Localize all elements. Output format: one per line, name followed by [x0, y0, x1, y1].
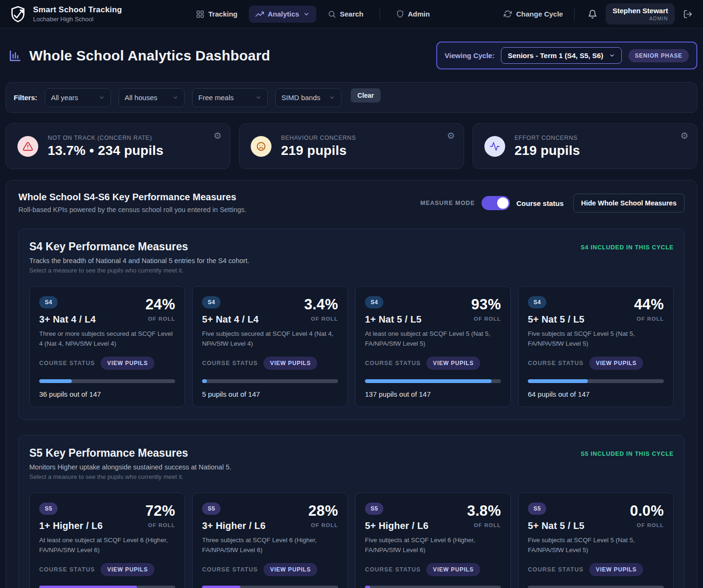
measure-title: 1+ Nat 5 / L5: [365, 314, 422, 325]
filter-years-value: All years: [51, 94, 78, 102]
gear-icon[interactable]: ⚙: [213, 131, 221, 140]
percent-value: 44%: [634, 296, 664, 313]
filter-houses-select[interactable]: All houses: [119, 88, 185, 107]
progress-fill: [39, 379, 72, 383]
warning-triangle-icon: [17, 136, 38, 157]
measure-card[interactable]: S4 5+ Nat 4 / L4 3.4% OF ROLL Five subje…: [192, 286, 348, 407]
measure-card[interactable]: S5 5+ Nat 5 / L5 0.0% OF ROLL Five subje…: [518, 493, 674, 588]
nav-search-label: Search: [340, 10, 364, 18]
logout-icon[interactable]: [681, 8, 695, 21]
trending-up-icon: [255, 10, 264, 18]
app-title: Smart School Tracking: [33, 5, 122, 15]
filter-years-select[interactable]: All years: [45, 88, 111, 107]
measure-mode-toggle[interactable]: [482, 196, 510, 210]
app-logo-shield-icon: [8, 5, 27, 24]
course-status-label: COURSE STATUS: [365, 566, 421, 573]
view-pupils-button[interactable]: VIEW PUPILS: [426, 357, 480, 370]
user-menu[interactable]: Stephen Stewart ADMIN: [606, 3, 675, 25]
percent-value: 24%: [145, 296, 175, 313]
course-status-label: COURSE STATUS: [39, 566, 95, 573]
measure-card[interactable]: S5 1+ Higher / L6 72% OF ROLL At least o…: [29, 493, 185, 588]
change-cycle-button[interactable]: Change Cycle: [504, 10, 563, 18]
view-pupils-button[interactable]: VIEW PUPILS: [101, 563, 154, 576]
percent-value: 3.8%: [467, 503, 501, 520]
stat-label: NOT ON TRACK (CONCERN RATE): [48, 135, 163, 141]
measure-description: Three subjects at SCQF Level 6 (Higher, …: [202, 536, 338, 555]
clear-filters-button[interactable]: Clear: [351, 88, 381, 102]
chevron-down-icon: [303, 11, 310, 17]
pupil-count: 137 pupils out of 147: [365, 390, 501, 398]
progress-bar: [202, 586, 338, 588]
notifications-bell-icon[interactable]: [586, 8, 599, 21]
pupil-count: 5 pupils out of 147: [202, 390, 338, 398]
hide-measures-button[interactable]: Hide Whole School Measures: [573, 194, 685, 213]
frown-face-icon: [251, 136, 271, 157]
course-status-label: COURSE STATUS: [365, 360, 421, 366]
chevron-down-icon: [255, 94, 262, 101]
course-status-label: COURSE STATUS: [528, 566, 584, 573]
user-name: Stephen Stewart: [612, 7, 668, 15]
measure-description: Three or more subjects secured at SCQF L…: [39, 329, 175, 349]
stage-badge: S5: [202, 503, 220, 515]
view-pupils-button[interactable]: VIEW PUPILS: [101, 357, 154, 370]
bar-chart-icon: [8, 49, 22, 63]
page-content: Whole School Analytics Dashboard Viewing…: [0, 42, 703, 588]
measure-card[interactable]: S5 3+ Higher / L6 28% OF ROLL Three subj…: [192, 493, 348, 588]
change-cycle-label: Change Cycle: [516, 10, 563, 18]
stat-card-effort-concerns: EFFORT CONCERNS 219 pupils ⚙: [473, 123, 697, 169]
page-title: Whole School Analytics Dashboard: [29, 48, 270, 64]
progress-fill: [528, 379, 588, 383]
senior-phase-badge: SENIOR PHASE: [628, 49, 689, 62]
progress-bar: [365, 586, 501, 588]
stage-badge: S5: [365, 503, 383, 515]
nav-tracking[interactable]: Tracking: [189, 6, 244, 23]
progress-fill: [202, 379, 207, 383]
viewing-cycle-select[interactable]: Seniors - Term 1 (S4, S5, S6): [501, 47, 621, 64]
nav-analytics[interactable]: Analytics: [249, 6, 316, 23]
view-pupils-button[interactable]: VIEW PUPILS: [426, 563, 480, 576]
filter-simd-value: SIMD bands: [281, 94, 321, 102]
stat-card-behaviour-concerns: BEHAVIOUR CONCERNS 219 pupils ⚙: [239, 123, 464, 169]
measure-card[interactable]: S4 3+ Nat 4 / L4 24% OF ROLL Three or mo…: [29, 286, 185, 407]
stat-label: EFFORT CONCERNS: [515, 135, 580, 141]
view-pupils-button[interactable]: VIEW PUPILS: [263, 357, 317, 370]
top-navigation-bar: Smart School Tracking Lochaber High Scho…: [0, 0, 703, 28]
stage-badge: S4: [202, 296, 220, 308]
measure-card[interactable]: S4 1+ Nat 5 / L5 93% OF ROLL At least on…: [355, 286, 511, 407]
filter-free-meals-select[interactable]: Free meals: [192, 88, 268, 107]
included-in-cycle-note: S5 INCLUDED IN THIS CYCLE: [581, 451, 674, 457]
viewing-cycle-value: Seniors - Term 1 (S4, S5, S6): [508, 51, 603, 60]
measure-description: Five subjects at SCQF Level 5 (Nat 5, FA…: [528, 536, 664, 555]
view-pupils-button[interactable]: VIEW PUPILS: [589, 357, 643, 370]
view-pupils-button[interactable]: VIEW PUPILS: [263, 563, 317, 576]
nav-analytics-label: Analytics: [268, 10, 299, 18]
of-roll-label: OF ROLL: [145, 316, 175, 322]
course-status-label: COURSE STATUS: [202, 360, 258, 366]
measures-section-subtitle: Roll-based KPIs powered by the census sc…: [18, 206, 246, 213]
measure-title: 3+ Higher / L6: [202, 520, 266, 531]
measure-title: 5+ Nat 5 / L5: [528, 520, 584, 531]
group-subtitle: Monitors Higher uptake alongside sustain…: [29, 463, 231, 471]
viewing-cycle-box: Viewing Cycle: Seniors - Term 1 (S4, S5,…: [436, 42, 697, 69]
progress-bar: [365, 379, 501, 383]
refresh-cycle-icon: [504, 10, 512, 18]
measure-card[interactable]: S5 5+ Higher / L6 3.8% OF ROLL Five subj…: [355, 493, 511, 588]
filters-label: Filters:: [14, 94, 37, 102]
stat-value: 219 pupils: [515, 143, 580, 158]
nav-search[interactable]: Search: [321, 6, 370, 23]
measure-title: 3+ Nat 4 / L4: [39, 314, 96, 325]
pupil-count: 36 pupils out of 147: [39, 390, 175, 398]
measure-card[interactable]: S4 5+ Nat 5 / L5 44% OF ROLL Five subjec…: [518, 286, 674, 407]
page-header-row: Whole School Analytics Dashboard Viewing…: [6, 42, 697, 69]
course-status-label: COURSE STATUS: [202, 566, 258, 573]
filter-simd-select[interactable]: SIMD bands: [275, 88, 341, 107]
gear-icon[interactable]: ⚙: [680, 131, 688, 140]
view-pupils-button[interactable]: VIEW PUPILS: [589, 563, 643, 576]
measure-cards-grid: S4 3+ Nat 4 / L4 24% OF ROLL Three or mo…: [29, 286, 674, 407]
nav-admin-label: Admin: [408, 10, 430, 18]
brand-block: Smart School Tracking Lochaber High Scho…: [8, 5, 122, 24]
progress-fill: [202, 586, 240, 588]
gear-icon[interactable]: ⚙: [447, 131, 455, 140]
nav-admin[interactable]: Admin: [390, 6, 437, 22]
progress-bar: [202, 379, 338, 383]
